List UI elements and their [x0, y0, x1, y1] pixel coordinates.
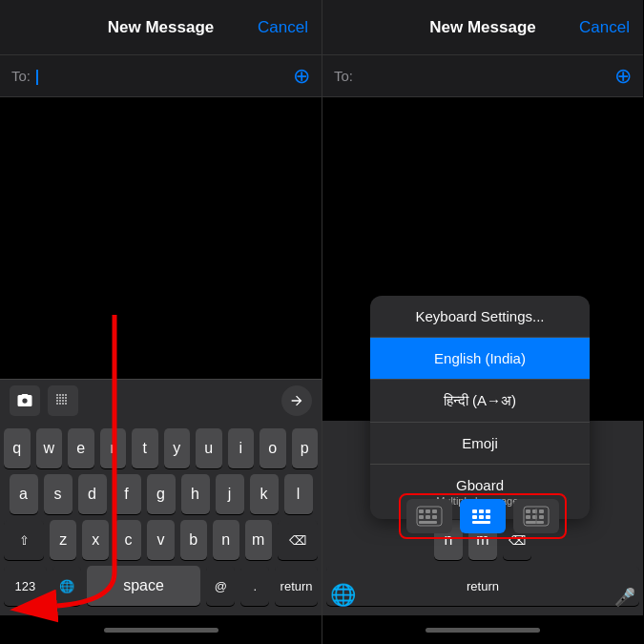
left-title: New Message — [108, 18, 215, 37]
right-globe-key[interactable]: 🌐 — [330, 583, 356, 608]
right-title: New Message — [429, 18, 536, 37]
return-key[interactable]: return — [275, 566, 318, 606]
key-h[interactable]: h — [181, 474, 210, 514]
svg-rect-24 — [526, 521, 544, 524]
kb-switch-center-icon — [469, 506, 496, 527]
right-to-field: To: ⊕ — [322, 55, 643, 97]
right-mic-key[interactable]: 🎤 — [614, 587, 635, 608]
left-home-bar — [104, 628, 218, 633]
left-home-indicator — [0, 615, 322, 644]
left-to-input[interactable] — [36, 67, 293, 84]
send-button[interactable] — [281, 385, 312, 416]
key-b[interactable]: b — [180, 520, 207, 560]
key-row-3: ⇧ z x c v b n m ⌫ — [4, 520, 318, 560]
left-keyboard-toolbar — [0, 379, 322, 421]
left-message-area[interactable] — [0, 97, 322, 379]
svg-rect-12 — [486, 509, 490, 513]
kb-switch-center-button[interactable] — [460, 499, 506, 533]
key-p[interactable]: p — [292, 428, 319, 468]
kb-switch-left-icon — [416, 506, 443, 527]
period-key[interactable]: . — [240, 566, 269, 606]
appstore-button[interactable] — [48, 385, 78, 416]
number-key[interactable]: 123 — [4, 566, 47, 606]
left-header: New Message Cancel — [0, 0, 322, 55]
svg-rect-10 — [472, 509, 477, 513]
key-s[interactable]: s — [44, 474, 73, 514]
svg-rect-14 — [479, 515, 484, 519]
camera-button[interactable] — [10, 385, 40, 416]
key-g[interactable]: g — [147, 474, 176, 514]
svg-rect-20 — [539, 509, 544, 513]
key-q[interactable]: q — [4, 428, 31, 468]
space-key[interactable]: space — [87, 566, 201, 606]
key-e[interactable]: e — [68, 428, 94, 468]
key-r[interactable]: r — [100, 428, 127, 468]
key-a[interactable]: a — [10, 474, 38, 514]
key-z[interactable]: z — [50, 520, 76, 560]
svg-rect-13 — [472, 515, 477, 519]
key-row-2: a s d f g h j k l — [4, 474, 318, 514]
hindi-option[interactable]: हिन्दी (A→अ) — [370, 380, 590, 423]
key-o[interactable]: o — [260, 428, 286, 468]
kb-switch-right-icon — [523, 506, 550, 527]
backspace-key[interactable]: ⌫ — [278, 520, 318, 560]
right-header: New Message Cancel — [322, 0, 643, 55]
right-cancel-button[interactable]: Cancel — [579, 18, 630, 37]
svg-rect-11 — [479, 509, 484, 513]
key-row-1: q w e r t y u i o p — [4, 428, 318, 468]
svg-rect-7 — [432, 515, 437, 519]
svg-rect-8 — [419, 521, 437, 524]
keyboard-switcher-row — [322, 489, 643, 543]
key-row-4: 123 🌐 space @ . return — [4, 566, 318, 606]
svg-rect-3 — [426, 509, 430, 513]
left-keyboard: q w e r t y u i o p a s d f g h j k l ⇧ … — [0, 421, 322, 615]
kb-switcher-group — [399, 493, 567, 539]
shift-key[interactable]: ⇧ — [4, 520, 44, 560]
at-key[interactable]: @ — [206, 566, 235, 606]
key-i[interactable]: i — [228, 428, 255, 468]
key-w[interactable]: w — [36, 428, 63, 468]
svg-rect-4 — [432, 509, 437, 513]
right-panel: New Message Cancel To: ⊕ Keyboard Settin… — [322, 0, 643, 644]
svg-rect-18 — [526, 509, 530, 513]
left-to-field: To: ⊕ — [0, 55, 322, 97]
right-home-indicator — [322, 615, 643, 644]
right-add-recipient-button[interactable]: ⊕ — [614, 64, 632, 89]
right-return-key[interactable]: return — [326, 566, 639, 606]
camera-icon — [16, 392, 33, 409]
right-key-row-4: return — [326, 566, 639, 606]
key-x[interactable]: x — [82, 520, 109, 560]
key-n[interactable]: n — [213, 520, 239, 560]
right-home-bar — [426, 628, 540, 633]
kb-switch-right-button[interactable] — [513, 499, 559, 533]
key-l[interactable]: l — [284, 474, 313, 514]
key-t[interactable]: t — [132, 428, 158, 468]
keyboard-settings-option[interactable]: Keyboard Settings... — [370, 296, 590, 338]
key-d[interactable]: d — [78, 474, 107, 514]
english-india-option[interactable]: English (India) — [370, 338, 590, 380]
key-u[interactable]: u — [196, 428, 222, 468]
left-add-recipient-button[interactable]: ⊕ — [293, 64, 310, 89]
key-c[interactable]: c — [114, 520, 141, 560]
key-m[interactable]: m — [245, 520, 272, 560]
key-y[interactable]: y — [164, 428, 191, 468]
svg-rect-2 — [419, 509, 424, 513]
svg-rect-6 — [426, 515, 430, 519]
svg-rect-23 — [539, 515, 544, 519]
key-v[interactable]: v — [147, 520, 174, 560]
left-cancel-button[interactable]: Cancel — [258, 18, 308, 37]
kb-switch-left-button[interactable] — [406, 499, 452, 533]
svg-rect-21 — [526, 515, 530, 519]
keyboard-language-popup: Keyboard Settings... English (India) हिन… — [370, 296, 590, 519]
appstore-icon — [54, 392, 72, 409]
svg-rect-16 — [472, 521, 490, 524]
left-to-label: To: — [11, 68, 31, 84]
globe-key[interactable]: 🌐 — [52, 566, 81, 606]
key-f[interactable]: f — [113, 474, 141, 514]
emoji-option[interactable]: Emoji — [370, 423, 590, 465]
right-to-label: To: — [334, 68, 353, 84]
key-k[interactable]: k — [250, 474, 279, 514]
svg-rect-15 — [486, 515, 490, 519]
send-icon — [289, 393, 304, 408]
key-j[interactable]: j — [216, 474, 244, 514]
